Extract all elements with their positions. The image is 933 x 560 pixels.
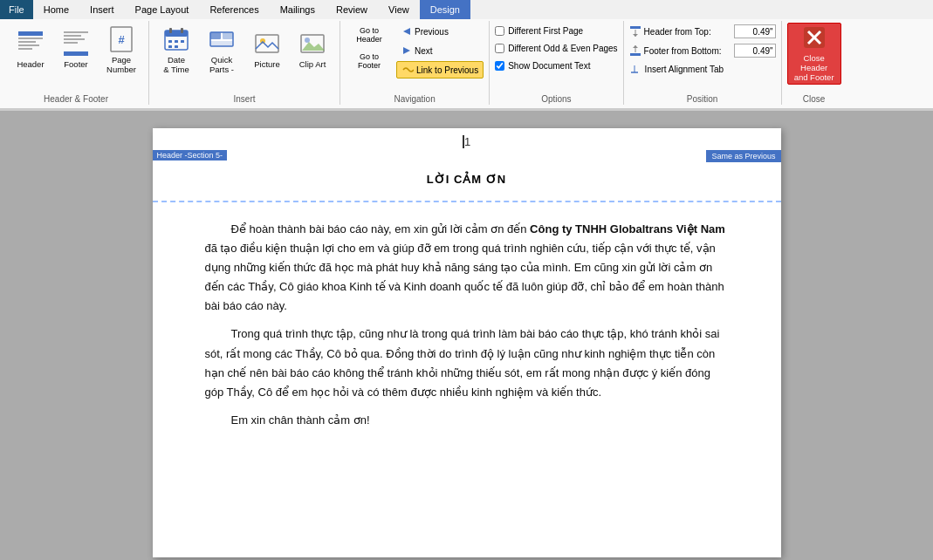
ribbon-tab-bar: File Home Insert Page Layout References … <box>0 0 933 19</box>
paragraph-2: Trong quá trình thực tập, cũng như là tr… <box>205 324 729 401</box>
group-navigation-content: Go toHeader Go toFooter Previous <box>346 23 484 103</box>
svg-rect-5 <box>64 31 88 33</box>
svg-rect-17 <box>175 40 178 43</box>
tab-view[interactable]: View <box>378 0 420 19</box>
page-number-button[interactable]: # Page Number <box>99 23 143 78</box>
header-section-label: Header -Section 5- <box>153 150 228 160</box>
group-position-label: Position <box>624 94 781 105</box>
footer-button-label: Footer <box>64 59 87 69</box>
svg-marker-31 <box>403 47 410 54</box>
svg-text:#: # <box>118 33 125 46</box>
group-insert: Date& Time Quick Parts - <box>149 21 340 105</box>
next-label: Next <box>415 46 433 56</box>
go-to-header-label: Go toHeader <box>356 26 382 44</box>
svg-rect-4 <box>18 48 32 50</box>
footer-from-bottom-row: Footer from Bottom: <box>629 42 776 59</box>
header-title: LỜI CẢM ƠN <box>205 159 729 186</box>
date-time-icon <box>162 25 190 53</box>
go-to-footer-button[interactable]: Go toFooter <box>346 49 393 73</box>
header-from-top-icon <box>629 25 641 38</box>
different-first-page-label: Different First Page <box>508 26 583 36</box>
tab-insert[interactable]: Insert <box>79 0 125 19</box>
tab-design[interactable]: Design <box>420 0 470 19</box>
paragraph-1: Để hoàn thành bài báo cáo này, em xin gử… <box>205 220 729 316</box>
close-header-footer-button[interactable]: Close Headerand Footer <box>787 23 841 85</box>
svg-rect-9 <box>64 51 88 56</box>
previous-icon <box>401 26 412 37</box>
tab-file[interactable]: File <box>0 0 33 19</box>
svg-rect-13 <box>165 31 188 37</box>
document-page: 1 Header -Section 5- Same as Previous LỜ… <box>153 128 781 557</box>
alignment-tab-icon <box>629 64 640 74</box>
document-header[interactable]: Header -Section 5- Same as Previous LỜI … <box>153 150 781 202</box>
document-body: Để hoàn thành bài báo cáo này, em xin gử… <box>153 202 781 456</box>
svg-rect-25 <box>256 35 278 52</box>
svg-rect-18 <box>181 40 184 43</box>
different-first-page-row[interactable]: Different First Page <box>495 23 583 38</box>
tab-review[interactable]: Review <box>326 0 378 19</box>
svg-rect-6 <box>64 35 81 37</box>
different-first-page-checkbox[interactable] <box>495 26 504 36</box>
header-from-top-row: Header from Top: <box>629 23 776 40</box>
group-navigation: Go toHeader Go toFooter Previous <box>340 21 490 105</box>
footer-icon <box>62 30 90 58</box>
header-button[interactable]: Header <box>9 23 52 77</box>
link-icon <box>401 65 414 75</box>
clip-art-button-label: Clip Art <box>299 59 326 69</box>
show-document-text-label: Show Document Text <box>508 61 590 71</box>
svg-rect-19 <box>168 45 172 48</box>
svg-point-28 <box>305 38 310 43</box>
group-header-footer-content: Header Footer <box>9 23 143 103</box>
svg-rect-23 <box>223 32 233 39</box>
quick-parts-button[interactable]: Quick Parts - <box>200 23 244 78</box>
same-as-previous-label[interactable]: Same as Previous <box>706 150 780 162</box>
previous-label: Previous <box>415 27 449 37</box>
svg-rect-14 <box>169 28 172 33</box>
svg-rect-2 <box>18 41 36 43</box>
clip-art-icon <box>298 30 326 58</box>
svg-marker-37 <box>633 45 638 48</box>
header-from-top-input[interactable] <box>734 24 776 38</box>
tab-mailings[interactable]: Mailings <box>270 0 326 19</box>
insert-alignment-tab-button[interactable]: Insert Alignment Tab <box>642 62 726 76</box>
link-to-previous-button[interactable]: Link to Previous <box>396 61 484 79</box>
clip-art-button[interactable]: Clip Art <box>291 23 334 77</box>
group-options-content: Different First Page Different Odd & Eve… <box>495 23 617 103</box>
svg-marker-34 <box>633 34 638 37</box>
picture-icon <box>253 30 281 58</box>
svg-rect-32 <box>630 26 641 29</box>
footer-from-bottom-input[interactable] <box>734 44 776 58</box>
show-document-text-row[interactable]: Show Document Text <box>495 58 590 73</box>
link-to-previous-label: Link to Previous <box>416 65 478 75</box>
different-odd-even-label: Different Odd & Even Pages <box>508 44 617 53</box>
group-header-footer-label: Header & Footer <box>3 94 148 105</box>
page-cursor-area: 1 <box>153 128 781 150</box>
go-to-header-button[interactable]: Go toHeader <box>346 23 393 47</box>
ribbon-body: Header Footer <box>0 19 933 110</box>
footer-button[interactable]: Footer <box>54 23 98 77</box>
page-number-button-label: Page Number <box>102 55 141 75</box>
group-close: Close Headerand Footer Close <box>782 21 847 105</box>
close-x-icon <box>802 25 827 51</box>
quick-parts-button-label: Quick Parts - <box>202 55 241 75</box>
tab-page-layout[interactable]: Page Layout <box>125 0 200 19</box>
header-from-top-label: Header from Top: <box>644 27 731 37</box>
tab-references[interactable]: References <box>199 0 269 19</box>
picture-button[interactable]: Picture <box>245 23 289 77</box>
next-button[interactable]: Next <box>396 42 484 59</box>
page-number-icon: # <box>107 25 135 53</box>
different-odd-even-checkbox[interactable] <box>495 44 504 53</box>
group-close-content: Close Headerand Footer <box>787 23 841 103</box>
show-document-text-checkbox[interactable] <box>495 61 504 71</box>
svg-rect-22 <box>210 32 221 39</box>
svg-rect-3 <box>18 44 39 46</box>
document-area: 1 Header -Section 5- Same as Previous LỜ… <box>0 111 933 560</box>
svg-rect-35 <box>630 53 641 56</box>
insert-alignment-tab-row: Insert Alignment Tab <box>629 61 726 77</box>
tab-home[interactable]: Home <box>33 0 79 19</box>
previous-button[interactable]: Previous <box>396 23 484 40</box>
close-header-footer-label: Close Headerand Footer <box>792 53 837 82</box>
date-time-button[interactable]: Date& Time <box>154 23 198 78</box>
different-odd-even-row[interactable]: Different Odd & Even Pages <box>495 40 617 56</box>
svg-rect-0 <box>18 31 43 36</box>
